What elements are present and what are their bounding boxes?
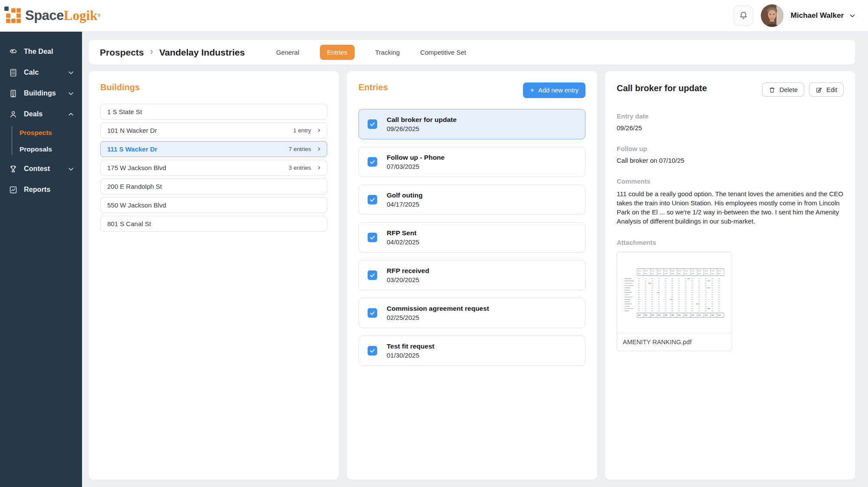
chevron-down-icon [68, 90, 74, 97]
tab-tracking[interactable]: Tracking [375, 45, 400, 60]
detail-field-value: Call broker on 07/10/25 [617, 157, 844, 164]
detail-field-label: Entry date [617, 112, 844, 120]
entry-checkbox[interactable] [368, 346, 377, 355]
attachments-label: Attachments [617, 239, 844, 246]
entry-detail-panel: Call broker for update Delete [605, 71, 855, 480]
entry-checkbox[interactable] [368, 308, 377, 318]
edit-button-label: Edit [826, 86, 837, 93]
building-row-meta: 1 entry› [293, 126, 320, 135]
entry-date: 03/20/2025 [387, 276, 429, 283]
detail-field-value: 111 could be a really good option. The t… [617, 189, 844, 226]
sidebar-item-the-deal[interactable]: The Deal [0, 41, 82, 62]
detail-field-label: Follow up [617, 145, 844, 152]
entry-checkbox[interactable] [368, 119, 377, 129]
top-header: SpaceLogik® [0, 0, 868, 32]
brand-logo-text: SpaceLogik® [25, 7, 100, 24]
entry-title: Commission agreement request [387, 305, 489, 313]
delete-button-label: Delete [779, 86, 798, 93]
entry-text: Golf outing04/17/2025 [387, 191, 423, 208]
breadcrumb-bar: Prospects › Vandelay Industries GeneralE… [89, 40, 855, 65]
entry-text: Follow up - Phone07/03/2025 [387, 154, 444, 170]
entry-card-rfp-sent[interactable]: RFP Sent04/02/2025 [358, 222, 585, 253]
entry-date: 09/26/2025 [387, 125, 457, 132]
content-panels: Buildings 1 S State St101 N Wacker Dr1 e… [89, 71, 855, 480]
main-content: Prospects › Vandelay Industries GeneralE… [82, 32, 868, 487]
entry-card-golf-outing[interactable]: Golf outing04/17/2025 [358, 184, 585, 215]
notifications-button[interactable] [733, 6, 753, 26]
brand-name-secondary: Logik [64, 8, 98, 23]
sidebar-item-buildings[interactable]: Buildings [0, 83, 82, 104]
sidebar-item-deals[interactable]: Deals [0, 104, 82, 125]
sidebar-nav: The DealCalcBuildingsDealsProspectsPropo… [0, 32, 82, 200]
detail-field-comments: Comments111 could be a really good optio… [617, 178, 844, 226]
chevron-right-icon: › [318, 144, 320, 152]
add-new-entry-button[interactable]: + Add new entry [523, 82, 585, 98]
tab-entries[interactable]: Entries [320, 45, 355, 60]
tab-general[interactable]: General [276, 45, 299, 60]
building-entry-count: 3 entries [289, 165, 311, 171]
bell-icon [739, 11, 748, 20]
entry-detail-actions: Delete Edit [762, 82, 844, 97]
entry-checkbox[interactable] [368, 157, 377, 167]
building-name: 101 N Wacker Dr [107, 127, 157, 134]
entry-checkbox[interactable] [368, 233, 377, 242]
entry-checkbox[interactable] [368, 195, 377, 204]
entry-card-commission-agreement-request[interactable]: Commission agreement request02/25/2025 [358, 298, 585, 328]
building-row-550-w-jackson-blvd[interactable]: 550 W Jackson Blvd [100, 197, 327, 213]
building-row-101-n-wacker-dr[interactable]: 101 N Wacker Dr1 entry› [100, 122, 327, 138]
sidebar-item-reports[interactable]: Reports [0, 179, 82, 200]
entry-card-rfp-received[interactable]: RFP received03/20/2025 [358, 260, 585, 290]
building-entry-count: 7 entries [289, 146, 311, 152]
entry-title: Call broker for update [387, 116, 457, 124]
entry-checkbox[interactable] [368, 270, 377, 280]
user-menu[interactable]: Michael Walker [791, 11, 856, 20]
handshake-icon [9, 47, 18, 56]
sidebar-item-calc[interactable]: Calc [0, 62, 82, 83]
breadcrumb-separator-icon: › [150, 47, 153, 56]
building-name: 801 S Canal St [107, 220, 151, 227]
breadcrumb-prospects-link[interactable]: Prospects [100, 47, 144, 58]
sidebar-item-proposals[interactable]: Proposals [20, 145, 82, 153]
entry-title: RFP received [387, 267, 429, 275]
chevron-down-icon [68, 69, 74, 76]
delete-button[interactable]: Delete [762, 82, 804, 97]
sidebar: The DealCalcBuildingsDealsProspectsPropo… [0, 32, 82, 487]
brand-name-primary: Space [25, 8, 64, 23]
sidebar-item-prospects[interactable]: Prospects [20, 129, 82, 137]
entry-detail-fields: Entry date09/26/25Follow upCall broker o… [617, 112, 844, 226]
building-entry-count: 1 entry [293, 127, 311, 134]
entries-list: Call broker for update09/26/2025Follow u… [358, 109, 585, 366]
buildings-list: 1 S State St101 N Wacker Dr1 entry›111 S… [100, 104, 327, 232]
sidebar-item-contest[interactable]: Contest [0, 158, 82, 179]
entry-card-follow-up-phone[interactable]: Follow up - Phone07/03/2025 [358, 147, 585, 177]
buildings-panel-title: Buildings [100, 82, 327, 92]
entries-panel-header: Entries + Add new entry [358, 82, 585, 98]
entry-text: Test fit request01/30/2025 [387, 342, 434, 359]
avatar[interactable] [761, 4, 783, 27]
entry-title: Test fit request [387, 342, 434, 350]
entry-card-call-broker-for-update[interactable]: Call broker for update09/26/2025 [358, 109, 585, 139]
tab-competitive-set[interactable]: Competitive Set [420, 45, 466, 60]
building-row-1-s-state-st[interactable]: 1 S State St [100, 104, 327, 120]
registered-mark: ® [97, 13, 100, 18]
chart-icon [9, 185, 18, 194]
entries-panel: Entries + Add new entry Call broker for … [347, 71, 597, 480]
edit-button[interactable]: Edit [809, 82, 844, 97]
chevron-down-icon [849, 12, 856, 19]
entry-card-test-fit-request[interactable]: Test fit request01/30/2025 [358, 336, 585, 366]
chevron-up-icon [68, 111, 74, 118]
building-name: 200 E Randolph St [107, 183, 162, 190]
building-row-111-s-wacker-dr[interactable]: 111 S Wacker Dr7 entries› [100, 141, 327, 157]
attachment-preview [617, 252, 732, 333]
sidebar-item-label: The Deal [24, 48, 53, 56]
building-name: 550 W Jackson Blvd [107, 201, 166, 209]
sidebar-item-label: Contest [24, 165, 50, 173]
building-row-175-w-jackson-blvd[interactable]: 175 W Jackson Blvd3 entries› [100, 160, 327, 176]
entry-title: Golf outing [387, 191, 423, 199]
attachment-card[interactable]: AMENITY RANKING.pdf [617, 252, 732, 351]
attachment-filename: AMENITY RANKING.pdf [617, 333, 732, 351]
building-row-200-e-randolph-st[interactable]: 200 E Randolph St [100, 178, 327, 194]
entry-detail-header: Call broker for update Delete [617, 82, 844, 97]
building-row-801-s-canal-st[interactable]: 801 S Canal St [100, 216, 327, 232]
building-icon [9, 89, 18, 98]
